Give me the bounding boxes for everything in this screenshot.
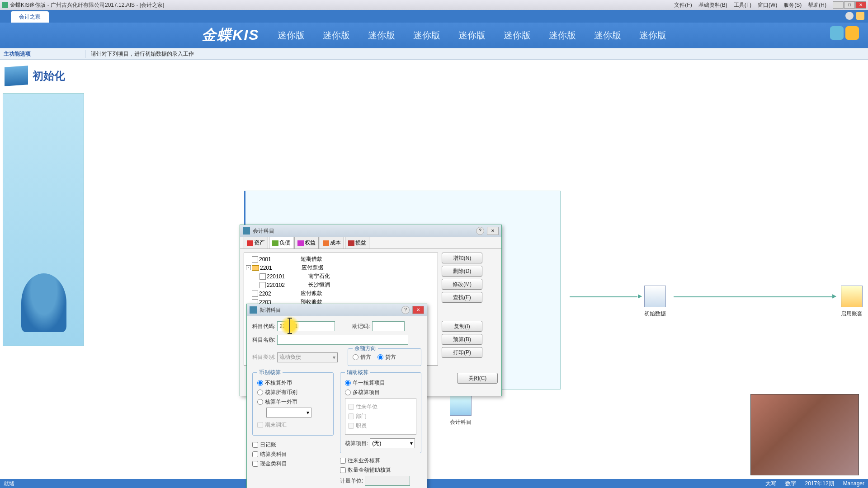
title-bar: 金蝶KIS迷你版 - 广州古兴化纤有限公司2017.12.AIS - [会计之家… xyxy=(0,0,868,10)
status-period: 2017年12期 xyxy=(805,480,834,488)
acct-close-btn[interactable]: 关闭(C) xyxy=(457,373,498,384)
aux-item-label: 核算项目: xyxy=(345,440,368,447)
menu-service[interactable]: 服务(S) xyxy=(781,0,804,10)
menu-window[interactable]: 窗口(W) xyxy=(755,0,780,10)
single-cur-radio[interactable]: 核算单一外币 xyxy=(257,398,329,406)
close-button[interactable]: ✕ xyxy=(855,1,866,9)
text-caret-icon xyxy=(289,318,290,334)
qty-aux-check[interactable]: 数量金额辅助核算 xyxy=(340,466,421,474)
doc-icon xyxy=(252,256,258,263)
acct-close-button[interactable]: ✕ xyxy=(487,227,499,235)
delete-subject-button[interactable]: 删除(D) xyxy=(442,266,482,277)
uom-label: 计量单位: xyxy=(340,477,363,485)
acct-help-button[interactable]: ? xyxy=(476,227,484,235)
window-title: 金蝶KIS迷你版 - 广州古兴化纤有限公司2017.12.AIS - [会计之家… xyxy=(10,1,164,9)
tree-row[interactable]: 2202应付账款 xyxy=(246,289,436,298)
all-cur-radio[interactable]: 核算所有币别 xyxy=(257,389,329,396)
doc-icon xyxy=(259,282,266,288)
cost-icon xyxy=(323,240,329,246)
tab-home[interactable]: 会计之家 xyxy=(11,11,49,23)
status-user: Manager xyxy=(843,480,864,487)
status-ready: 就绪 xyxy=(4,480,14,488)
shortcut-icon-2[interactable] xyxy=(845,26,859,40)
multi-aux-radio[interactable]: 多核算项目 xyxy=(345,389,416,396)
status-caps: 大写 xyxy=(765,480,776,488)
minimize-button[interactable]: _ xyxy=(833,1,844,9)
currency-legend: 币别核算 xyxy=(257,369,283,376)
journal-check[interactable]: 日记账 xyxy=(252,441,334,449)
acct-win-icon xyxy=(243,227,250,235)
code-label: 科目代码: xyxy=(252,323,275,330)
cat-label: 科目类别: xyxy=(252,353,275,361)
acct-win-title: 会计科目 xyxy=(253,227,274,235)
tab-liabilities[interactable]: 负债 xyxy=(269,237,293,249)
mnemo-label: 助记码: xyxy=(352,323,370,330)
category-combo[interactable]: 流动负债 xyxy=(277,352,338,362)
corr-check: 往来单位 xyxy=(348,403,413,411)
maximize-button[interactable]: □ xyxy=(844,1,855,9)
workflow-node-enable[interactable]: 启用账套 xyxy=(841,286,863,318)
mnemonic-input[interactable] xyxy=(372,321,405,331)
sidebar: 初始化 xyxy=(0,60,86,479)
workflow-node-initdata[interactable]: 初始数据 xyxy=(644,286,666,318)
doc-icon xyxy=(259,273,266,280)
tree-row[interactable]: 220102长沙恒润 xyxy=(246,281,436,289)
doc-icon xyxy=(252,291,258,297)
folder-icon xyxy=(252,265,259,271)
arrow-2 xyxy=(674,296,832,297)
sidebar-title: 初始化 xyxy=(33,69,65,83)
initdata-label: 初始数据 xyxy=(644,310,666,318)
edit-subject-button[interactable]: 修改(M) xyxy=(442,279,482,290)
edition-2: 迷你版 xyxy=(323,29,350,42)
subject-code-input[interactable] xyxy=(277,321,335,331)
currency-combo[interactable] xyxy=(266,408,311,418)
debit-radio[interactable]: 借方 xyxy=(353,353,371,361)
cash-check[interactable]: 现金类科目 xyxy=(252,460,334,468)
edition-7: 迷你版 xyxy=(549,29,576,42)
edition-1: 迷你版 xyxy=(278,29,305,42)
eop-adj-check: 期末调汇 xyxy=(257,421,329,429)
new-win-icon xyxy=(250,306,257,314)
new-win-titlebar[interactable]: 新增科目 ? ✕ xyxy=(247,304,427,316)
money-icon xyxy=(272,240,278,246)
credit-radio[interactable]: 贷方 xyxy=(377,353,396,361)
copy-subject-button[interactable]: 复制(I) xyxy=(442,321,482,332)
subject-name-input[interactable] xyxy=(277,335,408,345)
no-fx-radio[interactable]: 不核算外币 xyxy=(257,379,329,387)
tab-equity[interactable]: 权益 xyxy=(294,237,319,249)
edition-4: 迷你版 xyxy=(413,29,440,42)
collapse-icon[interactable]: - xyxy=(246,265,251,270)
tab-profit[interactable]: 损益 xyxy=(345,237,369,249)
menu-file[interactable]: 文件(F) xyxy=(671,0,694,10)
equity-icon xyxy=(297,240,304,246)
tree-row[interactable]: 220101南宁石化 xyxy=(246,272,436,281)
print-button[interactable]: 打印(P) xyxy=(442,347,482,358)
single-aux-radio[interactable]: 单一核算项目 xyxy=(345,379,416,387)
aux-item-combo[interactable]: (无) xyxy=(370,438,415,448)
tab-cost[interactable]: 成本 xyxy=(320,237,344,249)
shortcut-icon-1[interactable] xyxy=(830,26,844,40)
settle-check[interactable]: 结算类科目 xyxy=(252,450,334,458)
menu-tools[interactable]: 工具(T) xyxy=(731,0,754,10)
notify-icon[interactable] xyxy=(856,12,864,20)
budget-button[interactable]: 预算(B) xyxy=(442,334,482,345)
find-subject-button[interactable]: 查找(F) xyxy=(442,292,482,303)
feedback-icon[interactable] xyxy=(845,12,854,20)
status-num: 数字 xyxy=(785,480,796,488)
add-subject-button[interactable]: 增加(N) xyxy=(442,253,482,263)
aux-legend: 辅助核算 xyxy=(345,369,370,376)
acct-category-tabs: 资产 负债 权益 成本 损益 xyxy=(240,237,501,249)
hint-text: 请针对下列项目，进行初始数据的录入工作 xyxy=(85,50,194,58)
menu-basedata[interactable]: 基础资料(B) xyxy=(696,0,730,10)
menu-help[interactable]: 帮助(H) xyxy=(805,0,829,10)
new-help-button[interactable]: ? xyxy=(401,306,410,314)
workflow-node-subjects[interactable]: 会计科目 xyxy=(450,394,472,426)
tab-assets[interactable]: 资产 xyxy=(244,237,268,249)
init-cube-icon xyxy=(5,66,28,86)
acct-win-titlebar[interactable]: 会计科目 ? ✕ xyxy=(240,225,501,237)
new-close-button[interactable]: ✕ xyxy=(412,306,424,314)
status-bar: 就绪 大写 数字 2017年12期 Manager xyxy=(0,479,868,488)
tree-row[interactable]: 2001短期借款 xyxy=(246,255,436,263)
tree-row[interactable]: -2201应付票据 xyxy=(246,263,436,272)
corr-biz-check[interactable]: 往来业务核算 xyxy=(340,457,421,465)
